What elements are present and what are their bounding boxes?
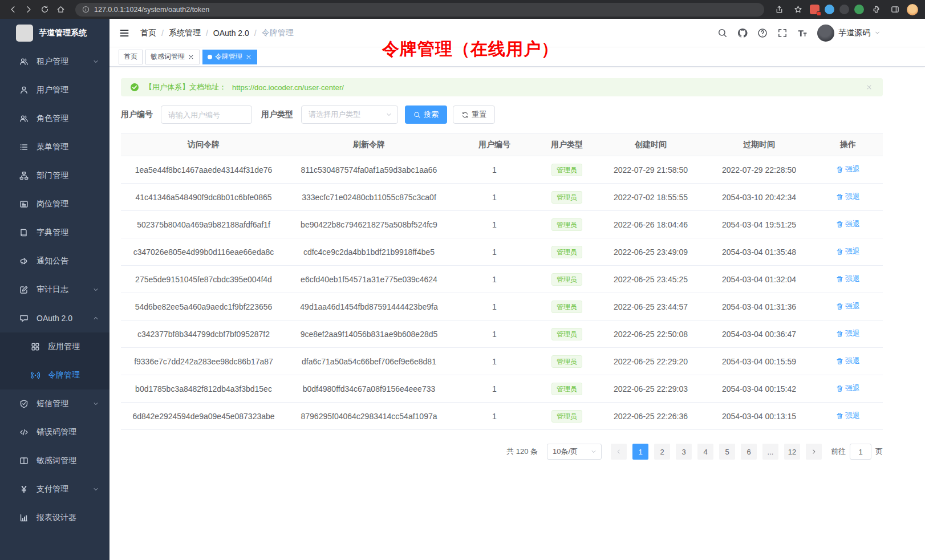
- sidebar-item[interactable]: 支付管理: [0, 475, 109, 504]
- page-url: 127.0.0.1:1024/system/oauth2/token: [94, 6, 209, 14]
- action-cell: 强退: [813, 219, 883, 230]
- breadcrumb-item[interactable]: OAuth 2.0: [213, 29, 249, 38]
- table-row: b0d1785bc3a8482f812db4a3f3bd15ec b0df498…: [121, 375, 883, 403]
- sidebar-item[interactable]: 应用管理: [0, 332, 109, 361]
- force-logout-button[interactable]: 强退: [836, 411, 860, 421]
- expire-time-cell: 2054-03-04 01:32:04: [705, 275, 813, 284]
- side-panel-icon[interactable]: [888, 3, 902, 17]
- search-icon[interactable]: [717, 28, 728, 38]
- user-type-select[interactable]: 请选择用户类型: [301, 105, 398, 124]
- user-type-cell: 管理员: [537, 328, 597, 340]
- sidebar-item[interactable]: 角色管理: [0, 104, 109, 133]
- force-logout-button[interactable]: 强退: [836, 301, 860, 311]
- extension-icon[interactable]: [810, 5, 819, 14]
- browser-reload-icon[interactable]: [38, 3, 51, 17]
- megaphone-icon: [19, 257, 29, 266]
- force-logout-button[interactable]: 强退: [836, 164, 860, 175]
- extension-icon[interactable]: [854, 5, 864, 14]
- browser-profile-avatar[interactable]: [907, 4, 918, 15]
- force-logout-button[interactable]: 强退: [836, 246, 860, 257]
- table-row: 6d842e2924594de9a09e45e087323abe 8796295…: [121, 403, 883, 430]
- address-bar[interactable]: 127.0.0.1:1024/system/oauth2/token: [75, 3, 764, 17]
- user-id-cell: 1: [452, 384, 537, 393]
- sidebar-item[interactable]: 短信管理: [0, 389, 109, 418]
- user-id-cell: 1: [452, 357, 537, 366]
- force-logout-button[interactable]: 强退: [836, 328, 860, 339]
- page-size-select[interactable]: 10条/页: [547, 444, 602, 460]
- user-type-tag: 管理员: [551, 218, 582, 231]
- sidebar-item[interactable]: OAuth 2.0: [0, 304, 109, 332]
- github-icon[interactable]: [737, 28, 748, 38]
- search-button[interactable]: 搜索: [405, 105, 447, 124]
- sidebar-item[interactable]: 错误码管理: [0, 418, 109, 447]
- tab[interactable]: 首页: [119, 50, 143, 64]
- page-number-button[interactable]: 3: [676, 444, 692, 460]
- breadcrumb-item[interactable]: 系统管理: [169, 28, 201, 38]
- force-logout-button[interactable]: 强退: [836, 274, 860, 284]
- trash-icon: [836, 248, 843, 255]
- sidebar-item[interactable]: 令牌管理: [0, 361, 109, 389]
- page-number-button[interactable]: 5: [719, 444, 735, 460]
- extensions-puzzle-icon[interactable]: [869, 3, 883, 17]
- sidebar-item[interactable]: 岗位管理: [0, 190, 109, 218]
- page-number-button[interactable]: 4: [697, 444, 713, 460]
- user-type-tag: 管理员: [551, 164, 582, 176]
- next-page-button[interactable]: [806, 444, 822, 460]
- access-token-cell: 41c41346a548490f9dc8b01c6bfe0865: [121, 193, 286, 202]
- force-logout-button[interactable]: 强退: [836, 219, 860, 229]
- user-menu[interactable]: 芋道源码: [817, 25, 881, 42]
- create-time-cell: 2022-06-25 23:49:09: [597, 247, 705, 257]
- sidebar-item[interactable]: 用户管理: [0, 76, 109, 104]
- close-icon[interactable]: [188, 54, 194, 60]
- user-type-cell: 管理员: [537, 246, 597, 258]
- user-type-cell: 管理员: [537, 410, 597, 423]
- force-logout-button[interactable]: 强退: [836, 192, 860, 202]
- prev-page-button[interactable]: [611, 444, 627, 460]
- sidebar-item[interactable]: 字典管理: [0, 218, 109, 247]
- extension-icon[interactable]: [839, 5, 849, 14]
- refresh-token-cell: be90422b8c7946218275a508bf524fc9: [286, 220, 452, 229]
- sidebar-item[interactable]: 敏感词管理: [0, 447, 109, 475]
- force-logout-button[interactable]: 强退: [836, 356, 860, 366]
- tab[interactable]: 敏感词管理: [145, 50, 200, 64]
- help-icon[interactable]: [757, 28, 768, 38]
- page-number-button[interactable]: 12: [784, 444, 800, 460]
- reset-button[interactable]: 重置: [453, 105, 495, 124]
- main-area: 首页 / 系统管理 / OAuth 2.0 / 令牌管理 /: [109, 19, 925, 560]
- alert-close-icon[interactable]: [866, 84, 873, 91]
- user-type-cell: 管理员: [537, 301, 597, 313]
- browser-forward-icon[interactable]: [22, 3, 35, 17]
- tab[interactable]: 令牌管理: [202, 50, 257, 64]
- refresh-token-cell: b0df4980ffd34c67a08f9156e4eee733: [286, 384, 452, 393]
- user-id-input[interactable]: [161, 105, 252, 124]
- sidebar-item[interactable]: 菜单管理: [0, 133, 109, 161]
- sidebar-item[interactable]: 租户管理: [0, 47, 109, 76]
- goto-page-input[interactable]: [850, 444, 871, 460]
- sidebar-logo: 芋道管理系统: [0, 19, 109, 47]
- browser-home-icon[interactable]: [54, 3, 67, 17]
- bookmark-star-icon[interactable]: [791, 3, 805, 17]
- page-number-button[interactable]: 6: [741, 444, 757, 460]
- share-icon[interactable]: [772, 3, 786, 17]
- fullscreen-icon[interactable]: [777, 28, 788, 38]
- page-number-button[interactable]: 1: [632, 444, 648, 460]
- access-token-cell: 6d842e2924594de9a09e45e087323abe: [121, 412, 286, 421]
- extension-icon[interactable]: [825, 5, 834, 14]
- close-icon[interactable]: [245, 54, 252, 60]
- sidebar-item[interactable]: 报表设计器: [0, 504, 109, 532]
- force-logout-button[interactable]: 强退: [836, 383, 860, 393]
- search-button-label: 搜索: [424, 109, 439, 120]
- sidebar-item-label: 敏感词管理: [36, 456, 76, 466]
- sidebar-item[interactable]: 审计日志: [0, 275, 109, 304]
- doc-link[interactable]: https://doc.iocoder.cn/user-center/: [232, 83, 344, 92]
- page-number-button[interactable]: 2: [654, 444, 670, 460]
- breadcrumb-item[interactable]: 首页: [140, 28, 156, 38]
- browser-back-icon[interactable]: [6, 3, 19, 17]
- font-size-icon[interactable]: [797, 28, 808, 38]
- sidebar-toggle-icon[interactable]: [119, 27, 130, 39]
- sidebar-item[interactable]: 部门管理: [0, 161, 109, 190]
- navbar-actions: 芋道源码: [717, 25, 881, 42]
- sidebar-item[interactable]: 通知公告: [0, 247, 109, 275]
- page-number-button[interactable]: ...: [762, 444, 778, 460]
- sidebar-item-label: OAuth 2.0: [36, 314, 72, 323]
